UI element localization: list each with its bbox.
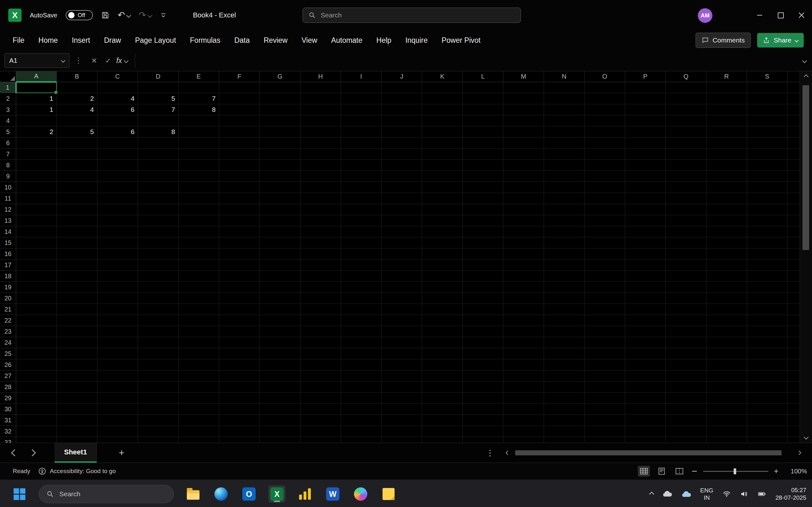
cell-J16[interactable] bbox=[382, 248, 422, 260]
cell-J26[interactable] bbox=[382, 359, 422, 371]
cell-F7[interactable] bbox=[219, 149, 260, 160]
cell-S23[interactable] bbox=[747, 326, 788, 337]
cell-A4[interactable] bbox=[16, 115, 57, 126]
cell-P24[interactable] bbox=[625, 337, 666, 348]
cell-R22[interactable] bbox=[706, 315, 747, 326]
cell-M30[interactable] bbox=[503, 404, 544, 415]
cell-G9[interactable] bbox=[260, 171, 300, 182]
cell-B23[interactable] bbox=[57, 326, 97, 337]
cell-L33[interactable] bbox=[463, 437, 503, 443]
cell-H20[interactable] bbox=[300, 293, 341, 304]
row-header-9[interactable]: 9 bbox=[0, 171, 16, 182]
cell-Q21[interactable] bbox=[666, 304, 706, 315]
cell-E21[interactable] bbox=[179, 304, 219, 315]
cell-S11[interactable] bbox=[747, 193, 788, 204]
cell-I1[interactable] bbox=[341, 82, 382, 93]
cell-R27[interactable] bbox=[706, 371, 747, 382]
cell-J25[interactable] bbox=[382, 348, 422, 359]
cell-F11[interactable] bbox=[219, 193, 260, 204]
cell-I31[interactable] bbox=[341, 415, 382, 426]
cell-E8[interactable] bbox=[179, 160, 219, 171]
row-header-6[interactable]: 6 bbox=[0, 137, 16, 149]
cell-B30[interactable] bbox=[57, 404, 97, 415]
cell-J33[interactable] bbox=[382, 437, 422, 443]
cell-R28[interactable] bbox=[706, 382, 747, 393]
cell-O20[interactable] bbox=[585, 293, 625, 304]
cell-R16[interactable] bbox=[706, 248, 747, 260]
cell-B11[interactable] bbox=[57, 193, 97, 204]
cell-D19[interactable] bbox=[138, 282, 179, 293]
cell-C1[interactable] bbox=[97, 82, 138, 93]
cell-L14[interactable] bbox=[463, 226, 503, 237]
cell-G31[interactable] bbox=[260, 415, 300, 426]
cell-K7[interactable] bbox=[422, 149, 463, 160]
cell-F28[interactable] bbox=[219, 382, 260, 393]
cell-P5[interactable] bbox=[625, 126, 666, 137]
word-icon[interactable] bbox=[324, 486, 341, 503]
cell-K31[interactable] bbox=[422, 415, 463, 426]
cell-S27[interactable] bbox=[747, 371, 788, 382]
cell-B21[interactable] bbox=[57, 304, 97, 315]
cell-A3[interactable]: 1 bbox=[16, 104, 57, 115]
cell-I15[interactable] bbox=[341, 237, 382, 248]
account-avatar[interactable]: AM bbox=[698, 8, 712, 23]
cell-D28[interactable] bbox=[138, 382, 179, 393]
cell-F3[interactable] bbox=[219, 104, 260, 115]
cell-H12[interactable] bbox=[300, 204, 341, 215]
cell-S7[interactable] bbox=[747, 149, 788, 160]
cell-G1[interactable] bbox=[260, 82, 300, 93]
cell-Q20[interactable] bbox=[666, 293, 706, 304]
cell-N32[interactable] bbox=[544, 426, 585, 437]
cell-L16[interactable] bbox=[463, 248, 503, 260]
cell-I23[interactable] bbox=[341, 326, 382, 337]
horizontal-scrollbar-track[interactable] bbox=[513, 450, 794, 456]
row-header-21[interactable]: 21 bbox=[0, 304, 16, 315]
cell-J28[interactable] bbox=[382, 382, 422, 393]
cell-L30[interactable] bbox=[463, 404, 503, 415]
cell-M12[interactable] bbox=[503, 204, 544, 215]
cell-L4[interactable] bbox=[463, 115, 503, 126]
cell-A2[interactable]: 1 bbox=[16, 93, 57, 104]
cell-O26[interactable] bbox=[585, 359, 625, 371]
cell-M15[interactable] bbox=[503, 237, 544, 248]
cell-Q22[interactable] bbox=[666, 315, 706, 326]
cell-O24[interactable] bbox=[585, 337, 625, 348]
cell-K3[interactable] bbox=[422, 104, 463, 115]
cell-M9[interactable] bbox=[503, 171, 544, 182]
cell-L6[interactable] bbox=[463, 137, 503, 149]
cell-J29[interactable] bbox=[382, 393, 422, 404]
cell-S14[interactable] bbox=[747, 226, 788, 237]
row-header-24[interactable]: 24 bbox=[0, 337, 16, 348]
cell-B26[interactable] bbox=[57, 359, 97, 371]
cell-O5[interactable] bbox=[585, 126, 625, 137]
cell-K18[interactable] bbox=[422, 271, 463, 282]
cell-P4[interactable] bbox=[625, 115, 666, 126]
cell-A27[interactable] bbox=[16, 371, 57, 382]
cell-L7[interactable] bbox=[463, 149, 503, 160]
cell-C15[interactable] bbox=[97, 237, 138, 248]
cell-B29[interactable] bbox=[57, 393, 97, 404]
cell-D33[interactable] bbox=[138, 437, 179, 443]
cell-I22[interactable] bbox=[341, 315, 382, 326]
cell-B7[interactable] bbox=[57, 149, 97, 160]
cell-Q32[interactable] bbox=[666, 426, 706, 437]
cell-B31[interactable] bbox=[57, 415, 97, 426]
cell-I3[interactable] bbox=[341, 104, 382, 115]
cell-F9[interactable] bbox=[219, 171, 260, 182]
cell-S15[interactable] bbox=[747, 237, 788, 248]
cell-D32[interactable] bbox=[138, 426, 179, 437]
cell-F17[interactable] bbox=[219, 260, 260, 271]
cell-D7[interactable] bbox=[138, 149, 179, 160]
cell-A22[interactable] bbox=[16, 315, 57, 326]
cell-M14[interactable] bbox=[503, 226, 544, 237]
cell-D15[interactable] bbox=[138, 237, 179, 248]
cell-P13[interactable] bbox=[625, 215, 666, 226]
cell-E14[interactable] bbox=[179, 226, 219, 237]
cell-G33[interactable] bbox=[260, 437, 300, 443]
cell-H29[interactable] bbox=[300, 393, 341, 404]
cell-Q23[interactable] bbox=[666, 326, 706, 337]
cell-P17[interactable] bbox=[625, 260, 666, 271]
cell-M5[interactable] bbox=[503, 126, 544, 137]
cell-H32[interactable] bbox=[300, 426, 341, 437]
cell-K24[interactable] bbox=[422, 337, 463, 348]
